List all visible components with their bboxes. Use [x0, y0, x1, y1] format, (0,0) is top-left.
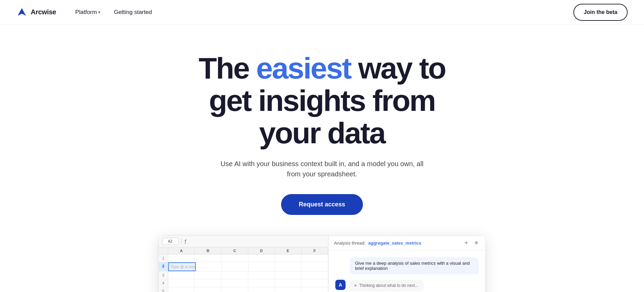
formula-icon: ƒ	[184, 239, 187, 244]
table-row: 2 Type @ to insert	[159, 262, 328, 272]
hero-section: The easiest way to get insights from you…	[0, 25, 644, 292]
cell-f1[interactable]	[302, 254, 328, 262]
row-number: 5	[159, 287, 168, 292]
chat-thread-name[interactable]: aggregate_sales_metrics	[368, 240, 421, 246]
cell-b5[interactable]	[195, 287, 221, 292]
cell-a5[interactable]	[168, 287, 195, 292]
cell-e3[interactable]	[275, 272, 302, 279]
cell-e5[interactable]	[275, 287, 302, 292]
table-row: 4	[159, 279, 328, 287]
cell-a2[interactable]: Type @ to insert	[168, 262, 196, 271]
col-header-a: A	[168, 247, 195, 254]
hero-headline: The easiest way to get insights from you…	[175, 52, 469, 149]
nav-cta: Join the beta	[573, 4, 628, 21]
logo-text: Arcwise	[31, 8, 56, 16]
cell-c2[interactable]	[222, 262, 249, 271]
row-number: 1	[159, 254, 168, 262]
chat-messages: Give me a deep analysis of sales metrics…	[328, 250, 485, 292]
cell-d5[interactable]	[248, 287, 275, 292]
nav-getting-started-label: Getting started	[114, 9, 152, 16]
cell-d2[interactable]	[249, 262, 275, 271]
chat-toolbar: Analysis thread: aggregate_sales_metrics…	[328, 236, 485, 250]
formula-bar-separator	[181, 238, 181, 245]
table-row: 1	[159, 254, 328, 262]
col-header-d: D	[248, 247, 275, 254]
request-access-button[interactable]: Request access	[281, 194, 363, 215]
spreadsheet-column-headers: A B C D E F	[159, 247, 328, 254]
spreadsheet-toolbar: A2 ƒ	[159, 236, 328, 247]
arcwise-avatar-icon: A	[339, 282, 342, 288]
cell-f5[interactable]	[302, 287, 328, 292]
chat-ai-message: A Thinking about what to do next...	[335, 280, 479, 291]
cell-a3[interactable]	[168, 272, 195, 279]
join-beta-button[interactable]: Join the beta	[573, 4, 628, 21]
cell-d4[interactable]	[248, 279, 275, 287]
cell-f4[interactable]	[302, 279, 328, 287]
preview-inner: A2 ƒ A B C D E F 1	[158, 235, 486, 292]
nav-platform-link[interactable]: Platform ▾	[70, 6, 106, 18]
cell-d1[interactable]	[248, 254, 275, 262]
chat-ai-avatar: A	[335, 280, 346, 290]
hero-subheadline: Use AI with your business context built …	[213, 159, 431, 179]
cell-f3[interactable]	[302, 272, 328, 279]
chat-thread-label: Analysis thread:	[334, 240, 366, 246]
arcwise-logo-icon	[16, 7, 27, 18]
nav-getting-started-link[interactable]: Getting started	[108, 6, 158, 18]
cell-c3[interactable]	[221, 272, 248, 279]
cell-reference: A2	[162, 238, 178, 245]
chat-menu-icon[interactable]: ≡	[473, 239, 480, 247]
hero-preview: A2 ƒ A B C D E F 1	[158, 235, 486, 292]
cell-b2[interactable]	[196, 262, 222, 271]
cell-b4[interactable]	[195, 279, 221, 287]
headline-part1: The	[199, 51, 256, 85]
platform-chevron-icon: ▾	[98, 10, 100, 15]
col-header-f: F	[302, 247, 328, 254]
row-number: 3	[159, 272, 168, 279]
cell-c4[interactable]	[221, 279, 248, 287]
logo-link[interactable]: Arcwise	[16, 7, 56, 18]
cell-b3[interactable]	[195, 272, 221, 279]
cell-e2[interactable]	[275, 262, 302, 271]
nav-links: Platform ▾ Getting started	[70, 6, 574, 18]
cell-e1[interactable]	[275, 254, 302, 262]
cell-d3[interactable]	[248, 272, 275, 279]
navigation: Arcwise Platform ▾ Getting started Join …	[0, 0, 644, 25]
cell-c1[interactable]	[221, 254, 248, 262]
table-row: 5	[159, 287, 328, 292]
chat-user-bubble: Give me a deep analysis of sales metrics…	[350, 257, 479, 274]
chat-add-icon[interactable]: +	[463, 239, 470, 247]
col-header-e: E	[275, 247, 302, 254]
chat-panel: Analysis thread: aggregate_sales_metrics…	[328, 236, 485, 292]
row-number: 2	[159, 262, 168, 271]
row-num-header-spacer	[159, 247, 168, 254]
cell-e4[interactable]	[275, 279, 302, 287]
row-number: 4	[159, 279, 168, 287]
cell-b1[interactable]	[195, 254, 221, 262]
chat-thinking-bubble: Thinking about what to do next...	[349, 280, 424, 291]
spreadsheet-panel: A2 ƒ A B C D E F 1	[159, 236, 328, 292]
col-header-c: C	[221, 247, 248, 254]
cell-c5[interactable]	[221, 287, 248, 292]
thinking-dot-1	[354, 284, 356, 287]
chat-thinking-text: Thinking about what to do next...	[359, 283, 418, 288]
headline-highlight: easiest	[256, 51, 351, 85]
table-row: 3	[159, 272, 328, 279]
chat-user-message: Give me a deep analysis of sales metrics…	[335, 257, 479, 274]
col-header-b: B	[195, 247, 221, 254]
cell-f2[interactable]	[302, 262, 328, 271]
nav-platform-label: Platform	[75, 9, 97, 16]
cell-a4[interactable]	[168, 279, 195, 287]
cell-a1[interactable]	[168, 254, 195, 262]
